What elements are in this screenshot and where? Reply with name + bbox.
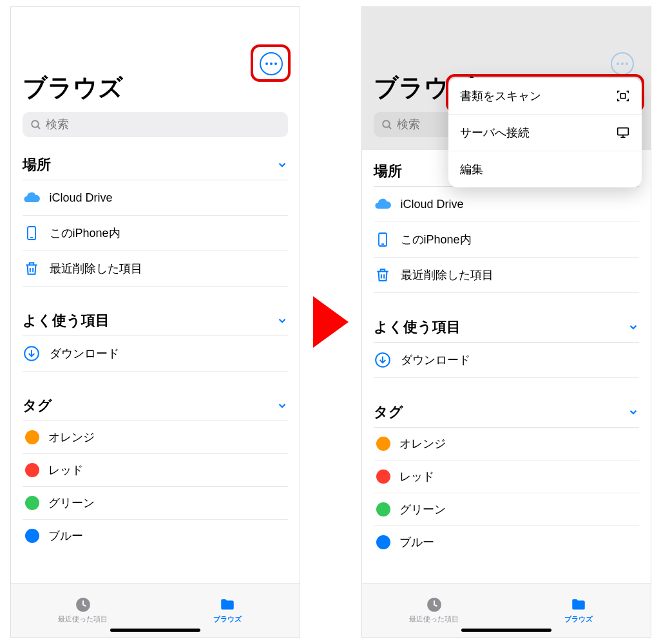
favorite-downloads[interactable]: ダウンロード: [23, 336, 288, 372]
tag-color-icon: [376, 502, 390, 516]
folder-icon: [218, 596, 236, 613]
svg-line-7: [388, 126, 391, 129]
tag-green[interactable]: グリーン: [374, 493, 639, 526]
tag-blue[interactable]: ブルー: [23, 520, 288, 552]
download-icon: [23, 345, 41, 363]
section-header-tags[interactable]: タグ: [23, 384, 288, 421]
cloud-icon: [23, 189, 41, 207]
tag-color-icon: [25, 529, 39, 543]
ellipsis-icon: [265, 62, 277, 65]
arrow-right-icon: [313, 296, 349, 348]
trash-icon: [374, 266, 392, 284]
chevron-down-icon: [627, 406, 639, 418]
menu-edit[interactable]: 編集: [448, 151, 642, 187]
section-header-favorites[interactable]: よく使う項目: [23, 299, 288, 336]
tag-color-icon: [25, 496, 39, 510]
svg-rect-9: [617, 128, 628, 135]
chevron-down-icon: [276, 400, 288, 412]
folder-icon: [570, 596, 588, 613]
svg-point-0: [32, 120, 39, 128]
location-icloud-drive[interactable]: iCloud Drive: [23, 180, 288, 216]
location-recently-deleted[interactable]: 最近削除した項目: [23, 251, 288, 287]
tag-color-icon: [25, 430, 39, 444]
clock-icon: [75, 596, 91, 613]
clock-icon: [426, 596, 443, 613]
tag-orange[interactable]: オレンジ: [374, 428, 639, 460]
section-header-locations[interactable]: 場所: [23, 144, 288, 180]
home-indicator[interactable]: [110, 629, 200, 632]
more-options-menu: 書類をスキャン サーバへ接続 編集: [448, 78, 642, 187]
favorite-downloads[interactable]: ダウンロード: [374, 343, 639, 378]
location-on-iphone[interactable]: このiPhone内: [23, 216, 288, 251]
search-bar[interactable]: [23, 112, 288, 137]
iphone-icon: [374, 231, 392, 249]
scan-icon: [616, 89, 630, 103]
menu-scan-documents[interactable]: 書類をスキャン: [448, 78, 642, 115]
download-icon: [374, 351, 392, 369]
tag-red[interactable]: レッド: [23, 454, 288, 487]
tag-blue[interactable]: ブルー: [374, 526, 639, 558]
phone-screen-left: ブラウズ 場所 iCloud Drive このiPhone内 最近削除した項目 …: [10, 6, 300, 638]
search-input[interactable]: [46, 118, 280, 131]
page-title: ブラウズ: [23, 71, 288, 104]
monitor-icon: [616, 126, 630, 140]
section-header-tags[interactable]: タグ: [374, 391, 639, 428]
tag-red[interactable]: レッド: [374, 460, 639, 493]
location-on-iphone[interactable]: このiPhone内: [374, 222, 639, 258]
location-recently-deleted[interactable]: 最近削除した項目: [374, 258, 639, 293]
search-icon: [30, 119, 42, 131]
location-icloud-drive[interactable]: iCloud Drive: [374, 187, 639, 222]
svg-line-1: [37, 126, 40, 129]
phone-screen-right: ブラウズ 書類をスキャン サーバへ接続 編集 場所 iCloud Drive こ: [361, 6, 651, 638]
more-options-button[interactable]: [611, 52, 634, 75]
menu-connect-server[interactable]: サーバへ接続: [448, 115, 642, 151]
tag-color-icon: [376, 535, 390, 549]
tag-green[interactable]: グリーン: [23, 487, 288, 520]
tag-color-icon: [376, 469, 390, 484]
svg-rect-8: [620, 93, 625, 98]
search-icon: [381, 119, 393, 131]
home-indicator[interactable]: [461, 629, 551, 632]
ellipsis-icon: [617, 62, 628, 65]
tag-color-icon: [25, 463, 39, 477]
iphone-icon: [23, 224, 41, 242]
tag-color-icon: [376, 437, 390, 451]
chevron-down-icon: [276, 315, 288, 327]
tag-orange[interactable]: オレンジ: [23, 421, 288, 454]
section-header-favorites[interactable]: よく使う項目: [374, 306, 639, 343]
svg-point-6: [383, 120, 390, 128]
trash-icon: [23, 260, 41, 278]
chevron-down-icon: [276, 159, 288, 171]
more-options-button[interactable]: [260, 52, 283, 75]
cloud-icon: [374, 195, 392, 213]
chevron-down-icon: [627, 321, 639, 333]
